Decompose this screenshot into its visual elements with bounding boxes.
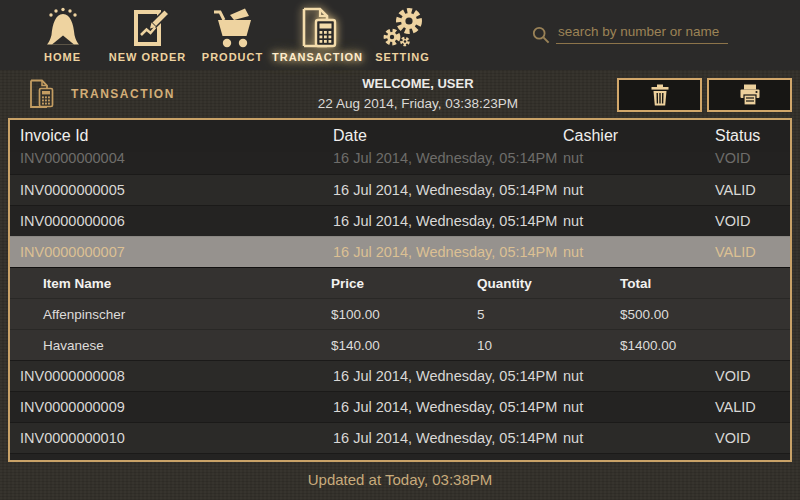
nav-label-home: HOME (44, 51, 81, 63)
cell-status: VALID (715, 399, 790, 415)
cell-total: $1400.00 (620, 338, 790, 353)
cell-status: VALID (715, 182, 790, 198)
delete-button[interactable] (617, 78, 702, 112)
col-header-date: Date (333, 127, 563, 145)
cart-icon (209, 6, 257, 50)
detail-header-row: Item Name Price Quantity Total (10, 267, 790, 298)
welcome-text: WELCOME, USER (318, 75, 518, 94)
cell-status: VOID (715, 213, 790, 229)
cell-status: VOID (715, 368, 790, 384)
cell-date: 16 Jul 2014, Wednesday, 05:14PM (333, 244, 563, 260)
cell-cashier: nut (563, 430, 715, 446)
cell-status: VALID (715, 244, 790, 260)
nav-item-product[interactable]: PRODUCT (190, 0, 275, 70)
print-button[interactable] (707, 78, 792, 112)
cell-date: 16 Jul 2014, Wednesday, 05:14PM (333, 399, 563, 415)
search-icon (532, 26, 550, 44)
cell-invoice-id: INV0000000007 (20, 244, 333, 260)
nav-label-transaction: TRANSACTION (272, 51, 363, 63)
current-datetime: 22 Aug 2014, Friday, 03:38:23PM (318, 94, 518, 114)
col-header-total: Total (620, 276, 790, 291)
cell-status: VOID (715, 430, 790, 446)
table-row-partial[interactable]: INV0000000004 16 Jul 2014, Wednesday, 05… (10, 152, 790, 174)
search-input[interactable] (556, 24, 728, 44)
printer-icon (738, 83, 762, 107)
gears-icon (380, 6, 426, 50)
transaction-table: Invoice Id Date Cashier Status INV000000… (8, 118, 792, 462)
table-header-row: Invoice Id Date Cashier Status (10, 120, 790, 152)
nav-item-setting[interactable]: SETTING (360, 0, 445, 70)
cell-invoice-id: INV0000000005 (20, 182, 333, 198)
updated-at-text: Updated at Today, 03:38PM (308, 471, 493, 488)
cell-status: VOID (715, 152, 790, 166)
cell-invoice-id: INV0000000006 (20, 213, 333, 229)
cell-total: $500.00 (620, 307, 790, 322)
table-row[interactable]: INV0000000006 16 Jul 2014, Wednesday, 05… (10, 205, 790, 236)
nav-item-transaction[interactable]: TRANSACTION (275, 0, 360, 70)
cell-price: $100.00 (331, 307, 477, 322)
table-row-selected[interactable]: INV0000000007 16 Jul 2014, Wednesday, 05… (10, 236, 790, 267)
col-header-quantity: Quantity (477, 276, 620, 291)
cell-date: 16 Jul 2014, Wednesday, 05:14PM (333, 430, 563, 446)
cell-invoice-id: INV0000000004 (20, 152, 333, 166)
page-header-bar: TRANSACTION WELCOME, USER 22 Aug 2014, F… (0, 70, 800, 118)
cell-date: 16 Jul 2014, Wednesday, 05:14PM (333, 182, 563, 198)
table-row[interactable]: INV0000000009 16 Jul 2014, Wednesday, 05… (10, 391, 790, 422)
cell-cashier: nut (563, 368, 715, 384)
table-row[interactable]: INV0000000008 16 Jul 2014, Wednesday, 05… (10, 360, 790, 391)
cell-price: $140.00 (331, 338, 477, 353)
cell-quantity: 5 (477, 307, 620, 322)
top-nav-bar: HOME NEW ORDER PRODUCT (0, 0, 800, 70)
cell-item-name: Havanese (43, 338, 331, 353)
cell-cashier: nut (563, 244, 715, 260)
cell-date: 16 Jul 2014, Wednesday, 05:14PM (333, 368, 563, 384)
cell-cashier: nut (563, 213, 715, 229)
nav-label-product: PRODUCT (202, 51, 263, 63)
page-title: TRANSACTION (71, 87, 175, 101)
detail-item-row[interactable]: Havanese $140.00 10 $1400.00 (10, 329, 790, 360)
welcome-block: WELCOME, USER 22 Aug 2014, Friday, 03:38… (318, 75, 518, 113)
cell-cashier: nut (563, 399, 715, 415)
pos-app: { "nav": { "items": [ { "label": "HOME",… (0, 0, 800, 500)
trash-icon (648, 83, 672, 107)
cell-date: 16 Jul 2014, Wednesday, 05:14PM (333, 213, 563, 229)
nav-label-setting: SETTING (375, 51, 430, 63)
cell-quantity: 10 (477, 338, 620, 353)
new-order-icon (126, 6, 170, 50)
table-row[interactable]: INV0000000010 16 Jul 2014, Wednesday, 05… (10, 422, 790, 453)
nav-label-new-order: NEW ORDER (109, 51, 186, 63)
cell-invoice-id: INV0000000008 (20, 368, 333, 384)
bell-icon (41, 6, 85, 50)
cell-cashier: nut (563, 152, 715, 166)
cell-invoice-id: INV0000000009 (20, 399, 333, 415)
col-header-item-name: Item Name (43, 276, 331, 291)
cell-date: 16 Jul 2014, Wednesday, 05:14PM (333, 152, 563, 166)
nav-item-new-order[interactable]: NEW ORDER (105, 0, 190, 70)
col-header-status: Status (715, 127, 790, 145)
cell-item-name: Affenpinscher (43, 307, 331, 322)
search-area (532, 24, 728, 44)
col-header-invoice: Invoice Id (20, 127, 333, 145)
detail-item-row[interactable]: Affenpinscher $100.00 5 $500.00 (10, 298, 790, 329)
cell-cashier: nut (563, 182, 715, 198)
table-row[interactable]: INV0000000005 16 Jul 2014, Wednesday, 05… (10, 174, 790, 205)
table-empty-strip (10, 453, 790, 460)
nav-item-home[interactable]: HOME (20, 0, 105, 70)
col-header-cashier: Cashier (563, 127, 715, 145)
transaction-page-icon (25, 78, 57, 110)
transaction-icon (294, 6, 342, 50)
cell-invoice-id: INV0000000010 (20, 430, 333, 446)
col-header-price: Price (331, 276, 477, 291)
status-bar: Updated at Today, 03:38PM (0, 471, 800, 488)
